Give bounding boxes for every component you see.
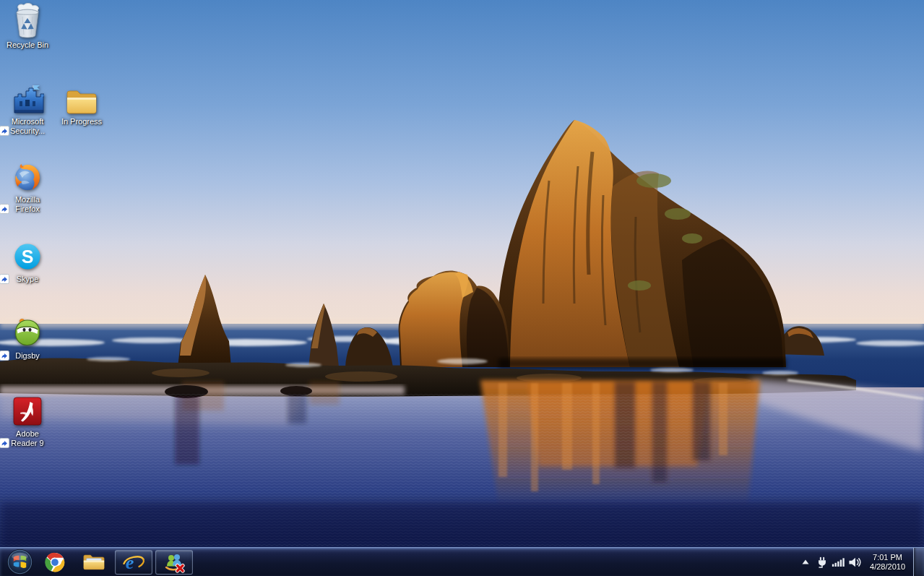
taskbar-button-internet-explorer[interactable]: e — [115, 550, 152, 575]
desktop-icon-label: Mozilla Firefox — [4, 195, 51, 214]
system-tray: 7:01 PM 4/28/2010 — [797, 548, 924, 576]
taskbar-clock[interactable]: 7:01 PM 4/28/2010 — [863, 548, 913, 576]
show-hidden-icons-button[interactable] — [797, 548, 813, 576]
taskbar-button-windows-explorer[interactable] — [75, 549, 113, 576]
taskbar-button-messenger[interactable] — [155, 550, 193, 575]
volume-icon — [848, 556, 862, 568]
power-tray-button[interactable] — [813, 548, 830, 576]
desktop-icon-digsby[interactable]: Digsby — [0, 314, 55, 361]
internet-explorer-icon: e — [122, 552, 145, 572]
wallpaper-haystack-rock — [0, 0, 924, 547]
water-reflection — [0, 380, 924, 547]
desktop-icon-adobe-reader[interactable]: Adobe Reader 9 — [0, 392, 55, 448]
chrome-icon — [44, 551, 66, 573]
skype-icon: S — [10, 237, 45, 273]
svg-text:e: e — [126, 552, 134, 572]
power-plug-icon — [816, 556, 829, 569]
firefox-icon — [10, 158, 45, 194]
windows7-desktop-screen: Recycle Bin Micr — [0, 0, 924, 576]
desktop-icon-label: Skype — [17, 275, 39, 284]
desktop-icon-recycle-bin[interactable]: Recycle Bin — [0, 3, 55, 50]
digsby-icon — [10, 314, 45, 350]
windows-start-icon — [7, 549, 33, 575]
shortcut-arrow-icon — [0, 438, 9, 448]
shortcut-arrow-icon — [0, 274, 9, 284]
recycle-bin-icon — [10, 3, 45, 39]
adobe-reader-icon — [10, 392, 45, 428]
clock-date: 4/28/2010 — [870, 562, 905, 572]
shortcut-arrow-icon — [0, 204, 9, 214]
start-button[interactable] — [4, 548, 35, 576]
shortcut-arrow-icon — [0, 351, 9, 361]
desktop-icon-skype[interactable]: S Skype — [0, 237, 55, 284]
desktop-icon-microsoft-security[interactable]: Microsoft Security... — [0, 79, 55, 136]
desktop-icon-label: Microsoft Security... — [4, 117, 51, 136]
desktop-icon-label: In Progress — [61, 117, 102, 126]
folder-icon — [64, 79, 99, 116]
desktop[interactable]: Recycle Bin Micr — [0, 0, 924, 547]
chevron-up-icon — [802, 559, 809, 564]
desktop-icon-label: Recycle Bin — [7, 40, 48, 50]
network-signal-icon — [832, 556, 845, 567]
desktop-icon-label: Digsby — [15, 351, 40, 361]
clock-time: 7:01 PM — [873, 553, 902, 562]
messenger-offline-icon — [163, 551, 185, 573]
desktop-icon-mozilla-firefox[interactable]: Mozilla Firefox — [0, 158, 55, 214]
svg-text:S: S — [22, 246, 34, 267]
taskbar-button-chrome[interactable] — [36, 549, 74, 576]
show-desktop-button[interactable] — [913, 548, 924, 576]
shortcut-arrow-icon — [0, 126, 9, 136]
desktop-icon-label: Adobe Reader 9 — [4, 429, 51, 448]
windows-explorer-icon — [82, 552, 105, 572]
network-tray-button[interactable] — [830, 548, 847, 576]
security-castle-icon — [10, 79, 45, 116]
desktop-icon-in-progress[interactable]: In Progress — [54, 79, 109, 126]
taskbar: e — [0, 547, 924, 576]
volume-tray-button[interactable] — [847, 548, 863, 576]
